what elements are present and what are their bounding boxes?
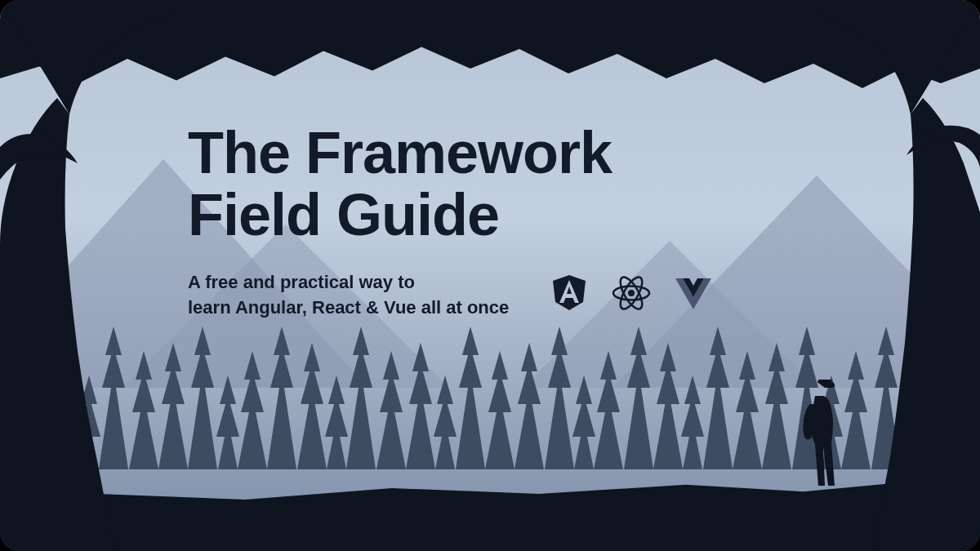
hero-scene: The Framework Field Guide A free and pra… (0, 0, 980, 551)
subtitle-line-2: learn Angular, React & Vue all at once (188, 297, 509, 318)
subtitle-row: A free and practical way to learn Angula… (188, 270, 817, 321)
subtitle: A free and practical way to learn Angula… (188, 270, 509, 321)
angular-icon (550, 273, 589, 313)
react-icon (612, 273, 651, 313)
title-line-2: Field Guide (188, 182, 499, 247)
hero-content: The Framework Field Guide A free and pra… (188, 122, 817, 321)
svg-point-3 (628, 290, 635, 296)
hiker-silhouette (800, 380, 841, 486)
page-title: The Framework Field Guide (188, 122, 817, 246)
vue-icon (674, 273, 713, 313)
framework-icons (550, 273, 713, 313)
subtitle-line-1: A free and practical way to (188, 272, 415, 292)
canopy-layer (0, 0, 980, 98)
title-line-1: The Framework (188, 120, 612, 185)
